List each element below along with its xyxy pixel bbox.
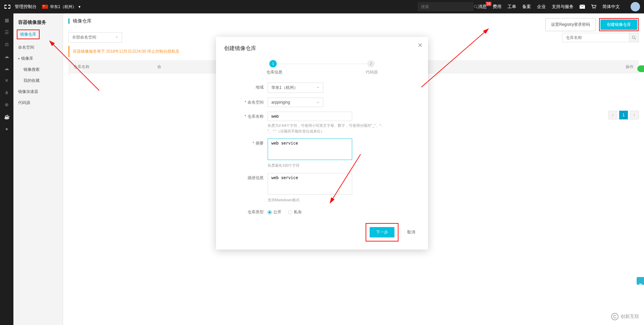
link-enterprise[interactable]: 企业 — [537, 4, 546, 10]
link-messages[interactable]: 消息34 — [478, 4, 487, 10]
link-lang[interactable]: 简体中文 — [602, 4, 620, 10]
cart-icon[interactable] — [591, 4, 596, 9]
svg-line-1 — [477, 7, 478, 8]
top-header: 管理控制台 华东1（杭州） ▾ 消息34 费用 工单 备案 企业 支持与服务 简… — [0, 0, 644, 13]
svg-point-4 — [595, 8, 595, 9]
svg-point-0 — [474, 5, 477, 8]
link-fees[interactable]: 费用 — [493, 4, 501, 10]
search-input[interactable] — [418, 4, 474, 9]
flag-cn-icon — [42, 5, 48, 9]
region-name: 华东1（杭州） — [50, 4, 76, 10]
console-title: 管理控制台 — [15, 4, 37, 10]
region-selector[interactable]: 华东1（杭州） ▾ — [42, 4, 80, 10]
link-beian[interactable]: 备案 — [522, 4, 531, 10]
chevron-down-icon: ▾ — [78, 4, 80, 9]
messages-badge: 34 — [486, 2, 491, 6]
mail-icon[interactable] — [580, 4, 585, 9]
aliyun-logo[interactable] — [4, 3, 11, 10]
svg-point-3 — [593, 8, 593, 9]
top-links: 消息34 费用 工单 备案 企业 支持与服务 简体中文 — [478, 2, 640, 11]
global-search[interactable] — [418, 2, 473, 11]
link-workorder[interactable]: 工单 — [507, 4, 516, 10]
user-avatar[interactable] — [631, 2, 640, 11]
search-icon[interactable] — [474, 5, 478, 9]
link-support[interactable]: 支持与服务 — [552, 4, 574, 10]
